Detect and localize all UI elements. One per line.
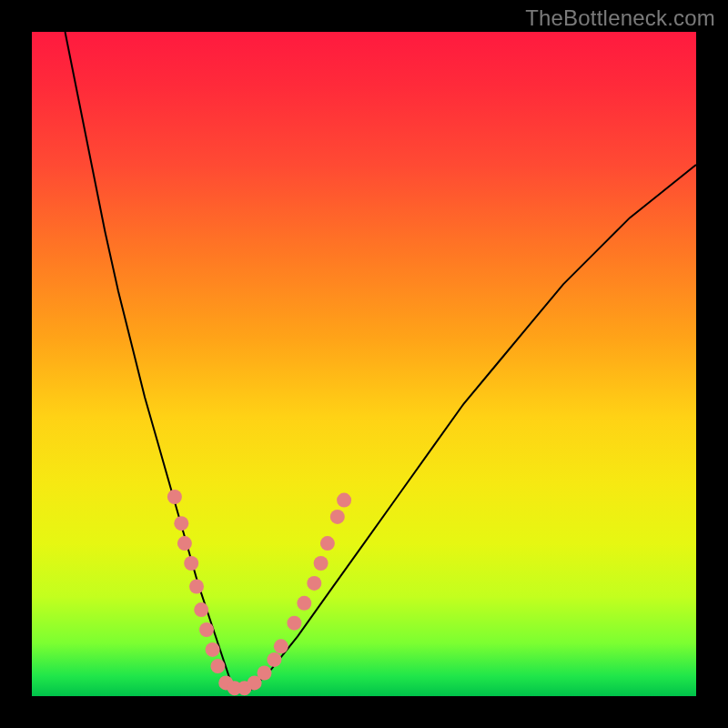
- plot-area: [32, 32, 696, 696]
- data-point: [314, 556, 329, 571]
- data-point: [297, 596, 311, 611]
- data-point: [174, 516, 188, 531]
- data-point: [330, 510, 345, 524]
- data-point: [210, 659, 225, 673]
- data-point: [258, 666, 272, 681]
- data-point: [206, 642, 220, 657]
- data-point: [194, 602, 208, 617]
- chart-svg: [32, 32, 696, 696]
- curve-markers: [167, 490, 351, 695]
- data-point: [177, 536, 192, 551]
- data-point: [184, 556, 198, 571]
- data-point: [307, 576, 321, 591]
- data-point: [167, 490, 182, 504]
- data-point: [267, 652, 281, 667]
- chart-frame: TheBottleneck.com: [0, 0, 728, 728]
- data-point: [189, 580, 204, 594]
- data-point: [337, 493, 351, 508]
- watermark-text: TheBottleneck.com: [525, 5, 715, 31]
- data-point: [287, 616, 301, 631]
- bottleneck-curve: [66, 32, 697, 690]
- data-point: [199, 622, 214, 637]
- data-point: [320, 536, 335, 551]
- data-point: [274, 639, 288, 653]
